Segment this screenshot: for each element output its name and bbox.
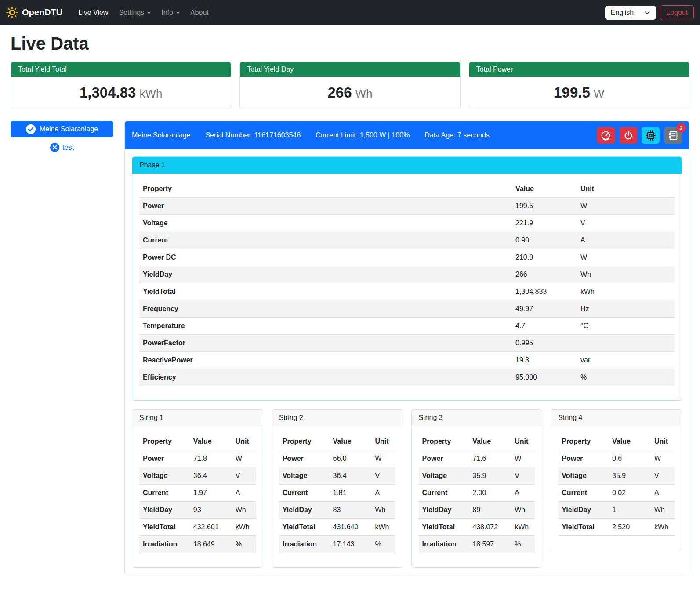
summary-unit: W xyxy=(594,87,605,100)
value-cell: 266 xyxy=(512,266,573,283)
summary-card-title: Total Power xyxy=(469,62,689,77)
chevron-down-icon xyxy=(644,10,650,16)
value-cell: 0.90 xyxy=(512,232,573,249)
table-header-row: Property Value Unit xyxy=(419,433,535,450)
string-table: Property Value Unit Power71.6WVoltage35.… xyxy=(419,433,535,553)
value-cell: 0.6 xyxy=(609,450,649,467)
string-table-body: Power66.0WVoltage36.4VCurrent1.81AYieldD… xyxy=(279,450,395,553)
table-row: Voltage36.4V xyxy=(279,467,395,485)
summary-card-title: Total Yield Day xyxy=(240,62,460,77)
value-cell: 0.02 xyxy=(609,485,649,502)
property-cell: Irradiation xyxy=(419,536,469,553)
unit-cell: A xyxy=(573,232,675,249)
value-cell: 0.995 xyxy=(512,335,573,352)
nav-item-about[interactable]: About xyxy=(186,5,213,20)
property-cell: Current xyxy=(419,485,469,502)
device-info-button[interactable] xyxy=(642,127,660,144)
table-row: Current2.00A xyxy=(419,485,535,502)
property-cell: Power xyxy=(279,450,330,467)
table-row: YieldTotal2.520kWh xyxy=(558,519,675,536)
content-row: Meine Solaranlage test Meine Solaranlage… xyxy=(11,121,689,575)
table-row: Efficiency95.000% xyxy=(139,369,675,386)
limit-settings-button[interactable] xyxy=(597,127,615,144)
column-header-value: Value xyxy=(190,433,230,450)
nav-item-label: Live View xyxy=(78,9,108,17)
string-table-body: Power71.8WVoltage36.4VCurrent1.97AYieldD… xyxy=(139,450,256,553)
string-table: Property Value Unit Power71.8WVoltage36.… xyxy=(139,433,256,553)
unit-cell: A xyxy=(370,485,395,502)
string-card-body: Property Value Unit Power66.0WVoltage36.… xyxy=(272,426,403,567)
inverter-test-link[interactable]: test xyxy=(11,143,113,152)
brand-name: OpenDTU xyxy=(22,7,62,18)
table-row: YieldTotal438.072kWh xyxy=(419,519,535,536)
navbar: OpenDTU Live View Settings Info About En… xyxy=(0,0,700,25)
property-cell: Voltage xyxy=(419,467,469,485)
summary-card-total-yield-day: Total Yield Day 266Wh xyxy=(239,62,460,109)
table-row: Irradiation17.143% xyxy=(279,536,395,553)
string-card: String 4 Property Value Unit Power0.6WVo… xyxy=(551,409,682,550)
table-row: Irradiation18.597% xyxy=(419,536,535,553)
value-cell: 83 xyxy=(330,502,370,519)
property-cell: YieldTotal xyxy=(279,519,330,536)
property-cell: Power xyxy=(558,450,609,467)
unit-cell: kWh xyxy=(509,519,535,536)
value-cell: 36.4 xyxy=(330,467,370,485)
string-card: String 1 Property Value Unit Power71.8WV… xyxy=(132,409,263,568)
language-select[interactable]: English xyxy=(605,6,656,20)
table-row: Power71.6W xyxy=(419,450,535,467)
event-log-button[interactable]: 2 xyxy=(664,127,682,144)
summary-unit: kWh xyxy=(139,87,162,100)
property-cell: Voltage xyxy=(558,467,609,485)
unit-cell: Wh xyxy=(370,502,395,519)
property-cell: YieldDay xyxy=(139,502,190,519)
value-cell: 71.6 xyxy=(469,450,509,467)
unit-cell: A xyxy=(509,485,535,502)
summary-card-total-yield-total: Total Yield Total 1,304.83kWh xyxy=(11,62,231,109)
inverter-panel-body: Phase 1 Property Value Unit Power199.5WV… xyxy=(125,149,689,575)
summary-value: 266 xyxy=(327,84,352,101)
table-row: YieldTotal432.601kWh xyxy=(139,519,256,536)
nav-item-label: Info xyxy=(161,9,173,17)
summary-card-title: Total Yield Total xyxy=(11,62,231,77)
value-cell: 1.81 xyxy=(330,485,370,502)
brand[interactable]: OpenDTU xyxy=(6,7,62,18)
inverter-name: Meine Solaranlage xyxy=(132,131,190,139)
property-cell: Power xyxy=(139,198,512,215)
nav-item-info[interactable]: Info xyxy=(157,5,184,20)
table-row: Current0.90A xyxy=(139,232,675,249)
value-cell: 431.640 xyxy=(330,519,370,536)
property-cell: YieldDay xyxy=(558,502,609,519)
nav-item-settings[interactable]: Settings xyxy=(114,5,155,20)
unit-cell: % xyxy=(370,536,395,553)
phase-card: Phase 1 Property Value Unit Power199.5WV… xyxy=(132,156,682,401)
unit-cell: Wh xyxy=(649,502,675,519)
value-cell: 18.597 xyxy=(469,536,509,553)
table-row: Voltage221.9V xyxy=(139,215,675,232)
unit-cell: V xyxy=(370,467,395,485)
property-cell: Voltage xyxy=(139,215,512,232)
unit-cell: var xyxy=(573,352,675,369)
logout-button[interactable]: Logout xyxy=(660,5,694,20)
speedometer-icon xyxy=(601,130,611,141)
column-header-value: Value xyxy=(469,433,509,450)
unit-cell: V xyxy=(230,467,256,485)
nav-item-live-view[interactable]: Live View xyxy=(74,5,112,20)
table-row: YieldDay83Wh xyxy=(279,502,395,519)
summary-card-body: 199.5W xyxy=(469,77,689,109)
property-cell: YieldDay xyxy=(419,502,469,519)
column-header-property: Property xyxy=(419,433,469,450)
table-row: Power66.0W xyxy=(279,450,395,467)
value-cell: 432.601 xyxy=(190,519,230,536)
inverter-select-button[interactable]: Meine Solaranlage xyxy=(11,121,113,137)
column-header-unit: Unit xyxy=(230,433,256,450)
unit-cell: A xyxy=(649,485,675,502)
table-row: PowerFactor0.995 xyxy=(139,335,675,352)
column-header-unit: Unit xyxy=(509,433,535,450)
inverter-panel: Meine Solaranlage Serial Number: 1161716… xyxy=(124,121,689,575)
string-card-title: String 3 xyxy=(412,410,542,426)
journal-icon xyxy=(668,130,678,141)
table-row: Voltage36.4V xyxy=(139,467,256,485)
power-button[interactable] xyxy=(619,127,637,144)
unit-cell: V xyxy=(649,467,675,485)
column-header-unit: Unit xyxy=(649,433,675,450)
